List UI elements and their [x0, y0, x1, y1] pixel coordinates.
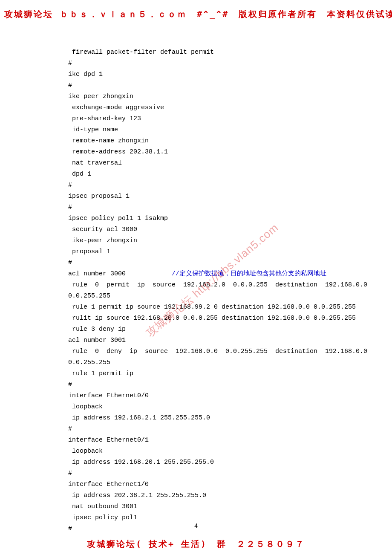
code-line: rulit ip source 192.168.20.0 0.0.0.255 d… — [68, 313, 341, 324]
code-line: ike peer zhongxin — [68, 91, 341, 102]
code-line: acl number 3001 — [68, 335, 341, 346]
code-line: 0.0.255.255 — [68, 357, 341, 368]
code-line: ipsec proposal 1 — [68, 191, 341, 202]
header-watermark: 攻城狮论坛 ｂｂｓ．ｖｌａｎ５．ｃｏｍ #^_^# 版权归原作者所有 本资料仅供… — [0, 9, 392, 20]
code-line: # — [68, 379, 341, 390]
code-line: loopback — [68, 446, 341, 457]
code-line: exchange-mode aggressive — [68, 102, 341, 113]
code-line: loopback — [68, 402, 341, 413]
code-line: dpd 1 — [68, 169, 341, 180]
code-line: rule 3 deny ip — [68, 324, 341, 335]
document-content: firewall packet-filter default permit # … — [68, 47, 341, 535]
code-line: rule 1 permit ip source 192.168.99.2 0 d… — [68, 302, 341, 313]
code-line: interface Ethernet0/0 — [68, 390, 341, 402]
code-line: security acl 3000 — [68, 224, 341, 235]
code-line: rule 1 permit ip — [68, 368, 341, 379]
code-line: interface Ethernet1/0 — [68, 479, 341, 490]
code-line: 0.0.255.255 — [68, 291, 341, 302]
acl-comment: //定义保护数据流，目的地址包含其他分支的私网地址 — [172, 270, 326, 278]
code-line: remote-address 202.38.1.1 — [68, 147, 341, 158]
code-line: remote-name zhongxin — [68, 136, 341, 147]
code-line: # — [68, 468, 341, 479]
code-line: # — [68, 424, 341, 435]
code-line: proposal 1 — [68, 246, 341, 257]
code-line: # — [68, 257, 341, 269]
code-line: # — [68, 80, 341, 91]
code-line: rule 0 permit ip source 192.168.2.0 0.0.… — [68, 280, 341, 291]
code-line: rule 0 deny ip source 192.168.0.0 0.0.25… — [68, 346, 341, 357]
code-line: ip address 192.168.2.1 255.255.255.0 — [68, 413, 341, 424]
code-line: acl number 3000 //定义保护数据流，目的地址包含其他分支的私网地… — [68, 269, 341, 280]
footer-watermark: 攻城狮论坛( 技术+ 生活) 群 ２２５８０９７ — [0, 538, 392, 550]
code-line: # — [68, 180, 341, 191]
code-line: ip address 202.38.2.1 255.255.255.0 — [68, 490, 341, 501]
code-line: ip address 192.168.20.1 255.255.255.0 — [68, 457, 341, 468]
code-line: # — [68, 58, 341, 69]
code-line: interface Ethernet0/1 — [68, 435, 341, 446]
code-line: nat outbound 3001 — [68, 501, 341, 512]
code-line: ike-peer zhongxin — [68, 235, 341, 246]
page-number: 4 — [0, 522, 392, 529]
code-line: id-type name — [68, 124, 341, 136]
code-line: ike dpd 1 — [68, 69, 341, 80]
code-line: nat traversal — [68, 158, 341, 169]
code-line: ipsec policy pol1 1 isakmp — [68, 213, 341, 224]
acl-prefix: acl number 3000 — [68, 270, 172, 278]
code-line: firewall packet-filter default permit — [68, 47, 341, 58]
code-line: # — [68, 202, 341, 213]
code-line: pre-shared-key 123 — [68, 113, 341, 124]
